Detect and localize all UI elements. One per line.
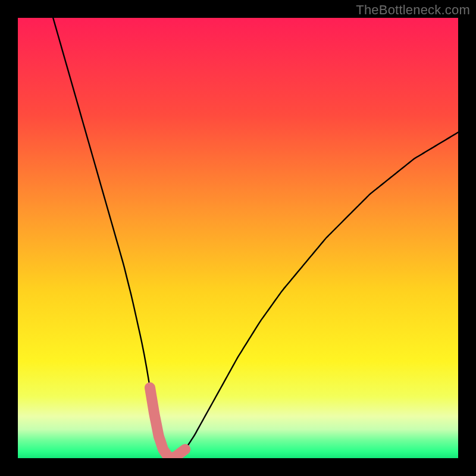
watermark-text: TheBottleneck.com [356, 2, 470, 18]
curve-layer [18, 18, 458, 458]
plot-area [18, 18, 458, 458]
bottleneck-curve [53, 18, 458, 458]
minimum-marker [150, 388, 185, 458]
